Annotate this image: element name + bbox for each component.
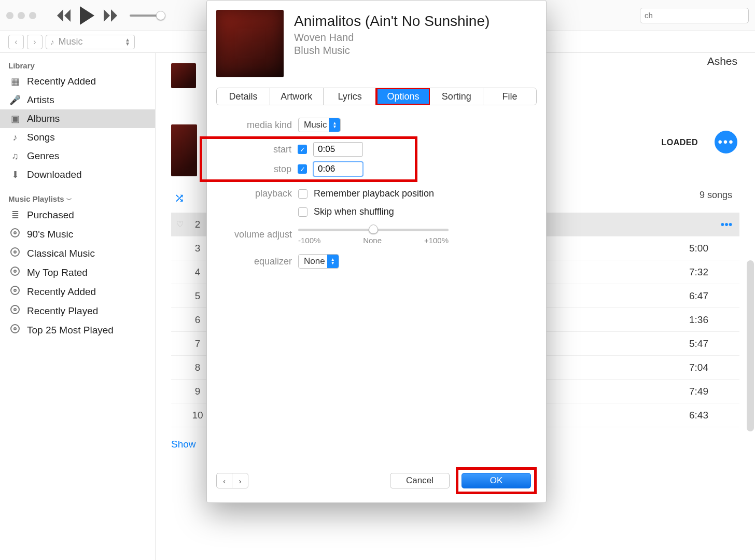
sidebar-section-playlists: Music Playlists﹀ — [0, 191, 155, 206]
volume-adjust-slider[interactable] — [298, 225, 449, 235]
sidebar-item-recently-played[interactable]: Recently Played — [0, 301, 155, 320]
next-button[interactable] — [104, 9, 117, 22]
modal-song-title: Animalitos (Ain't No Sunshine) — [294, 13, 490, 30]
guitar-icon: ♫ — [9, 151, 21, 162]
right-album-title: Ashes — [707, 55, 737, 67]
next-song-button[interactable]: › — [232, 473, 248, 488]
gear-icon — [9, 267, 21, 278]
tab-file[interactable]: File — [483, 88, 536, 105]
ok-button[interactable]: OK — [462, 473, 531, 488]
start-label: start — [221, 144, 291, 155]
downloaded-badge: LOADED — [661, 138, 698, 147]
media-kind-label: media kind — [221, 120, 292, 131]
grid-icon: ▦ — [9, 76, 21, 87]
gear-icon — [9, 324, 21, 336]
dropdown-arrows-icon: ▲▼ — [327, 255, 339, 268]
list-icon: ≣ — [9, 209, 21, 221]
sidebar: Library ▦Recently Added 🎤Artists ▣Albums… — [0, 53, 156, 560]
songs-count: 9 songs — [700, 190, 732, 201]
sidebar-item-artists[interactable]: 🎤Artists — [0, 91, 155, 109]
sidebar-item-top25[interactable]: Top 25 Most Played — [0, 320, 155, 340]
start-time-input[interactable] — [313, 142, 363, 157]
back-button[interactable]: ‹ — [8, 35, 24, 49]
scrollbar[interactable] — [747, 260, 754, 431]
play-button[interactable] — [80, 6, 94, 25]
modal-tabs: Details Artwork Lyrics Options Sorting F… — [216, 88, 537, 105]
window-traffic-lights[interactable] — [6, 12, 36, 19]
equalizer-label: equalizer — [221, 256, 292, 267]
playback-label: playback — [221, 188, 292, 199]
sidebar-item-top-rated[interactable]: My Top Rated — [0, 263, 155, 282]
cancel-button[interactable]: Cancel — [390, 473, 450, 488]
sidebar-item-recently-added-pl[interactable]: Recently Added — [0, 282, 155, 301]
show-link[interactable]: Show — [171, 439, 196, 450]
mic-icon: 🎤 — [9, 94, 21, 106]
chevron-down-icon[interactable]: ﹀ — [66, 197, 72, 203]
tab-artwork[interactable]: Artwork — [270, 88, 324, 105]
modal-artist: Woven Hand — [294, 32, 490, 44]
media-kind-select[interactable]: Music ▲▼ — [298, 118, 341, 132]
prev-song-button[interactable]: ‹ — [217, 473, 232, 488]
transport-controls — [57, 6, 117, 25]
sidebar-item-90s[interactable]: 90's Music — [0, 225, 155, 244]
tab-sorting[interactable]: Sorting — [430, 88, 483, 105]
tab-options[interactable]: Options — [376, 88, 430, 105]
volume-adjust-label: volume adjust — [221, 229, 292, 240]
start-checkbox[interactable]: ✓ — [298, 145, 307, 154]
forward-button[interactable]: › — [27, 35, 43, 49]
search-input[interactable] — [640, 8, 749, 23]
gear-icon — [9, 305, 21, 317]
stop-checkbox[interactable]: ✓ — [298, 164, 307, 174]
sidebar-item-downloaded[interactable]: ⬇Downloaded — [0, 165, 155, 184]
note-icon: ♪ — [9, 132, 21, 143]
dropdown-arrows-icon: ▲▼ — [125, 38, 130, 46]
sidebar-section-library: Library — [0, 58, 155, 72]
sidebar-item-albums[interactable]: ▣Albums — [0, 109, 155, 128]
gear-icon — [9, 228, 21, 240]
start-stop-highlight: start ✓ stop ✓ — [200, 136, 417, 182]
remember-position-checkbox[interactable] — [298, 189, 307, 199]
gear-icon — [9, 247, 21, 259]
previous-button[interactable] — [57, 9, 71, 22]
sidebar-item-genres[interactable]: ♫Genres — [0, 147, 155, 165]
track-more-icon[interactable]: ••• — [714, 218, 739, 231]
gear-icon — [9, 286, 21, 298]
note-icon: ♪ — [50, 37, 54, 46]
volume-slider[interactable] — [130, 15, 161, 17]
album-art-large — [216, 10, 284, 77]
stop-time-input[interactable] — [313, 162, 363, 176]
album-art-thumb — [171, 63, 196, 88]
volume-slider-labels: -100%None+100% — [298, 236, 449, 245]
more-actions-button[interactable]: ••• — [715, 131, 737, 153]
prev-next-song-buttons[interactable]: ‹ › — [216, 473, 248, 488]
skip-shuffle-checkbox[interactable] — [298, 207, 307, 217]
sidebar-item-classical[interactable]: Classical Music — [0, 244, 155, 263]
download-icon: ⬇ — [9, 169, 21, 180]
equalizer-select[interactable]: None ▲▼ — [298, 254, 339, 269]
sidebar-item-songs[interactable]: ♪Songs — [0, 128, 155, 147]
album-art-medium — [171, 124, 197, 176]
heart-icon[interactable]: ♡ — [171, 219, 189, 229]
tab-lyrics[interactable]: Lyrics — [324, 88, 377, 105]
sidebar-item-purchased[interactable]: ≣Purchased — [0, 206, 155, 225]
song-info-modal: Animalitos (Ain't No Sunshine) Woven Han… — [206, 0, 547, 503]
tab-details[interactable]: Details — [217, 88, 270, 105]
stop-label: stop — [221, 164, 291, 175]
modal-album: Blush Music — [294, 45, 490, 57]
remember-position-label: Remember playback position — [314, 188, 434, 199]
ok-highlight: OK — [456, 467, 537, 494]
category-selector[interactable]: ♪ Music ▲▼ — [46, 35, 135, 49]
category-label: Music — [59, 36, 83, 47]
skip-shuffle-label: Skip when shuffling — [314, 206, 394, 217]
dropdown-arrows-icon: ▲▼ — [329, 118, 340, 132]
album-icon: ▣ — [9, 113, 21, 124]
sidebar-item-recently-added[interactable]: ▦Recently Added — [0, 72, 155, 91]
